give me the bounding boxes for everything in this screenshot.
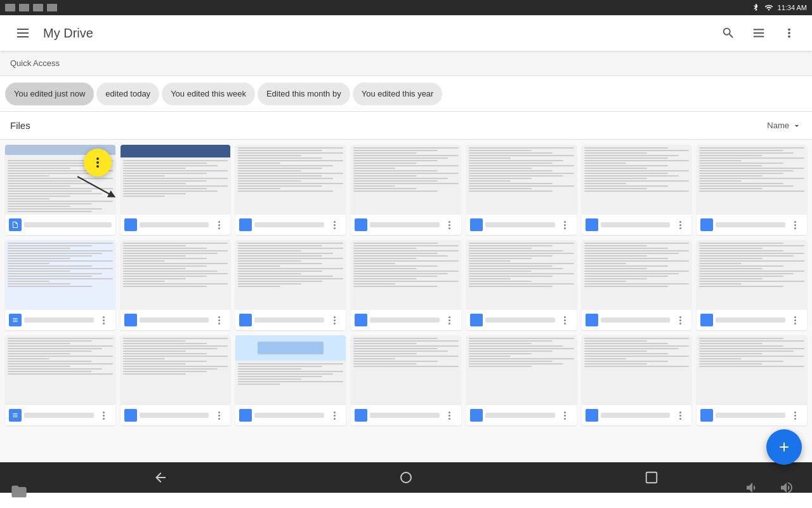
file-card-16[interactable] (121, 335, 231, 425)
file-card-19[interactable] (466, 335, 577, 425)
file-footer-9 (121, 310, 231, 330)
file-more-button-18[interactable] (442, 408, 457, 423)
list-view-button[interactable] (746, 20, 771, 46)
file-thumbnail-17 (235, 335, 346, 405)
file-card-9[interactable] (121, 240, 231, 330)
file-thumbnail-2 (121, 145, 231, 215)
volume-up-button[interactable] (771, 472, 802, 503)
file-more-button-8[interactable] (96, 312, 112, 328)
file-name-bar-19 (485, 413, 555, 418)
file-name-bar-9 (140, 318, 209, 323)
hamburger-icon (17, 29, 29, 37)
file-card-10[interactable] (235, 240, 346, 330)
chip-this-year[interactable]: You edited this year (353, 83, 443, 105)
file-more-button-9[interactable] (211, 312, 226, 328)
file-more-button-15[interactable] (96, 408, 112, 423)
file-card-8[interactable] (5, 240, 115, 330)
file-card-12[interactable] (466, 240, 577, 330)
file-more-button-4[interactable] (442, 217, 457, 232)
sort-button[interactable]: Name (767, 121, 802, 131)
file-type-icon-1 (9, 218, 22, 231)
file-card-6[interactable] (582, 145, 692, 235)
bluetooth-icon (751, 3, 760, 12)
three-dots-10 (334, 316, 336, 324)
file-footer-11 (351, 310, 461, 330)
file-more-button-7[interactable] (788, 217, 803, 232)
time-display: 11:34 AM (778, 4, 807, 11)
file-card-5[interactable] (466, 145, 577, 235)
file-more-button-11[interactable] (442, 312, 457, 328)
file-more-button-10[interactable] (327, 312, 342, 328)
file-type-icon-3 (239, 218, 252, 231)
file-more-button-12[interactable] (558, 312, 573, 328)
menu-button[interactable] (10, 20, 36, 46)
file-more-button-2[interactable] (211, 217, 226, 232)
file-grid-row-1 (5, 145, 807, 235)
recent-apps-button[interactable] (636, 462, 667, 493)
file-card-4[interactable] (351, 145, 461, 235)
file-footer-17 (235, 405, 346, 425)
file-card-11[interactable] (351, 240, 461, 330)
file-type-icon-14 (700, 314, 713, 326)
file-card-7[interactable] (697, 145, 807, 235)
more-options-highlight-button[interactable] (84, 149, 112, 177)
file-thumbnail-9 (121, 240, 231, 310)
file-more-button-16[interactable] (211, 408, 226, 423)
file-more-button-17[interactable] (327, 408, 342, 423)
file-card-3[interactable] (235, 145, 346, 235)
notification-icon-3 (33, 4, 43, 11)
three-dots-3 (334, 221, 336, 229)
file-card-15[interactable] (5, 335, 115, 425)
file-footer-18 (351, 405, 461, 425)
bottom-nav (0, 462, 812, 493)
volume-controls (736, 472, 802, 503)
chip-this-week[interactable]: You edited this week (162, 83, 255, 105)
home-button[interactable] (391, 462, 421, 493)
file-name-bar-2 (140, 222, 209, 227)
three-dots-5 (564, 221, 566, 229)
file-footer-4 (351, 215, 461, 235)
file-more-button-20[interactable] (672, 408, 688, 423)
svg-point-1 (401, 472, 411, 483)
file-more-button-3[interactable] (327, 217, 342, 232)
folder-icon-btn[interactable] (10, 483, 28, 503)
file-name-bar-10 (254, 318, 324, 323)
file-type-icon-12 (470, 314, 483, 326)
file-type-icon-13 (586, 314, 598, 326)
file-card-18[interactable] (351, 335, 461, 425)
three-dots-11 (449, 316, 450, 324)
file-thumbnail-11 (351, 240, 461, 310)
file-more-button-14[interactable] (788, 312, 803, 328)
file-card-21[interactable] (697, 335, 807, 425)
volume-down-icon (743, 480, 759, 495)
file-card-17[interactable] (235, 335, 346, 425)
file-more-button-21[interactable] (788, 408, 803, 423)
file-thumbnail-13 (582, 240, 692, 310)
chip-this-month[interactable]: Edited this month by (258, 83, 350, 105)
file-type-icon-10 (239, 314, 252, 326)
file-card-14[interactable] (697, 240, 807, 330)
file-more-button-19[interactable] (558, 408, 573, 423)
search-icon (721, 26, 735, 40)
file-type-icon-2 (124, 218, 137, 231)
file-card-20[interactable] (582, 335, 692, 425)
more-options-button[interactable] (776, 20, 802, 46)
file-card-2[interactable] (121, 145, 231, 235)
file-name-bar-3 (254, 222, 324, 227)
file-card-13[interactable] (582, 240, 692, 330)
file-footer-2 (121, 215, 231, 235)
file-type-icon-4 (355, 218, 367, 231)
search-button[interactable] (716, 20, 741, 46)
file-more-button-6[interactable] (672, 217, 688, 232)
file-type-icon-21 (700, 409, 713, 422)
chip-just-now[interactable]: You edited just now (5, 83, 94, 105)
three-dots-20 (679, 411, 681, 420)
status-bar-right: 11:34 AM (751, 3, 807, 12)
file-more-button-13[interactable] (672, 312, 688, 328)
back-button[interactable] (145, 462, 176, 493)
file-type-icon-17 (239, 409, 252, 422)
file-more-button-5[interactable] (558, 217, 573, 232)
volume-down-button[interactable] (736, 472, 766, 503)
chip-today[interactable]: edited today (96, 83, 159, 105)
fab-button[interactable] (766, 429, 802, 465)
